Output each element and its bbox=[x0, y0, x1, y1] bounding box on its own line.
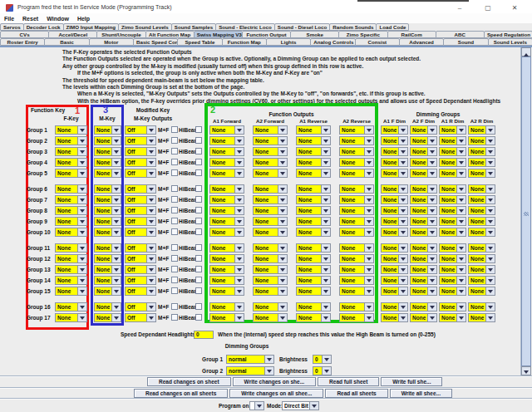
a1-f-dim-select[interactable]: None bbox=[381, 243, 408, 253]
m-key-outputs-select[interactable]: Off bbox=[125, 125, 156, 135]
a1-r-dim-select[interactable]: None bbox=[439, 206, 466, 215]
m-key-select[interactable]: None bbox=[94, 276, 121, 285]
a2-reverse-select[interactable]: None bbox=[339, 313, 374, 322]
tab[interactable]: Shunt/Uncouple bbox=[96, 31, 145, 38]
f-key-select[interactable]: None bbox=[55, 217, 87, 226]
hibeam-checkbox[interactable] bbox=[195, 148, 202, 154]
a2-f-dim-select[interactable]: None bbox=[410, 125, 437, 135]
hibeam-checkbox[interactable] bbox=[195, 218, 202, 224]
a1-f-dim-select[interactable]: None bbox=[381, 195, 408, 204]
hibeam-checkbox[interactable] bbox=[195, 277, 202, 283]
a2-forward-select[interactable]: None bbox=[253, 265, 288, 274]
a1-r-dim-select[interactable]: None bbox=[439, 313, 466, 322]
sheet-action-button[interactable]: Read changes on sheet bbox=[147, 377, 231, 386]
sheet-action-button[interactable]: Write changes on she... bbox=[233, 377, 316, 386]
a1-f-dim-select[interactable]: None bbox=[381, 276, 408, 285]
m-plus-f-checkbox[interactable] bbox=[171, 137, 178, 144]
m-plus-f-checkbox[interactable] bbox=[171, 228, 178, 235]
dimming-mode-select[interactable]: normal bbox=[226, 355, 274, 364]
a1-reverse-select[interactable]: None bbox=[296, 195, 331, 204]
a1-forward-select[interactable]: None bbox=[209, 125, 244, 135]
dimming-mode-select[interactable]: normal bbox=[226, 366, 274, 375]
tab[interactable]: Swiss Mapping V36+ bbox=[194, 31, 243, 38]
a2-reverse-select[interactable]: None bbox=[339, 228, 374, 237]
m-key-select[interactable]: None bbox=[94, 147, 121, 156]
a1-forward-select[interactable]: None bbox=[209, 313, 244, 322]
f-key-select[interactable]: None bbox=[55, 287, 87, 296]
f-key-select[interactable]: None bbox=[55, 184, 87, 194]
a1-f-dim-select[interactable]: None bbox=[381, 254, 408, 263]
m-key-select[interactable]: None bbox=[94, 265, 121, 274]
a1-reverse-select[interactable]: None bbox=[296, 125, 331, 135]
tab[interactable]: Motor bbox=[89, 38, 134, 46]
m-key-outputs-select[interactable]: Off bbox=[125, 147, 156, 156]
m-key-select[interactable]: None bbox=[94, 228, 121, 237]
a2-forward-select[interactable]: None bbox=[253, 228, 288, 237]
a2-r-dim-select[interactable]: None bbox=[468, 169, 495, 178]
tab[interactable]: Sound Samples bbox=[171, 23, 216, 31]
a2-forward-select[interactable]: None bbox=[253, 243, 288, 253]
scroll-up-icon[interactable] bbox=[521, 47, 531, 56]
a1-reverse-select[interactable]: None bbox=[296, 254, 331, 263]
tab[interactable]: Speed Regulation bbox=[484, 31, 532, 38]
scroll-down-icon[interactable] bbox=[521, 366, 531, 375]
a2-reverse-select[interactable]: None bbox=[339, 206, 374, 215]
a1-reverse-select[interactable]: None bbox=[296, 287, 331, 296]
a2-f-dim-select[interactable]: None bbox=[410, 206, 437, 215]
maximize-button[interactable]: ▢ bbox=[480, 3, 495, 13]
m-key-outputs-select[interactable]: Off bbox=[125, 206, 156, 215]
m-plus-f-checkbox[interactable] bbox=[171, 126, 178, 133]
hibeam-checkbox[interactable] bbox=[195, 255, 202, 262]
m-key-outputs-select[interactable]: Off bbox=[125, 276, 156, 285]
a2-forward-select[interactable]: None bbox=[253, 217, 288, 226]
a1-f-dim-select[interactable]: None bbox=[381, 302, 408, 311]
m-key-select[interactable]: None bbox=[94, 184, 121, 194]
brightness-select[interactable]: 0 bbox=[313, 355, 332, 364]
hibeam-checkbox[interactable] bbox=[195, 159, 202, 165]
a2-r-dim-select[interactable]: None bbox=[468, 228, 495, 237]
m-key-select[interactable]: None bbox=[94, 243, 121, 253]
f-key-select[interactable]: None bbox=[55, 158, 87, 167]
m-plus-f-checkbox[interactable] bbox=[171, 148, 178, 154]
m-key-select[interactable]: None bbox=[94, 254, 121, 263]
a2-f-dim-select[interactable]: None bbox=[410, 184, 437, 194]
a2-reverse-select[interactable]: None bbox=[339, 136, 374, 145]
m-plus-f-checkbox[interactable] bbox=[171, 287, 178, 294]
m-key-select[interactable]: None bbox=[94, 136, 121, 145]
tab[interactable]: Basic bbox=[44, 38, 89, 46]
a1-forward-select[interactable]: None bbox=[209, 217, 244, 226]
a2-r-dim-select[interactable]: None bbox=[468, 158, 495, 167]
a1-reverse-select[interactable]: None bbox=[296, 228, 331, 237]
a1-reverse-select[interactable]: None bbox=[296, 147, 331, 156]
m-plus-f-checkbox[interactable] bbox=[171, 255, 178, 262]
tab[interactable]: Consist bbox=[355, 38, 400, 46]
m-key-select[interactable]: None bbox=[94, 313, 121, 322]
f-key-select[interactable]: None bbox=[55, 265, 87, 274]
tab[interactable]: Alt Function Map bbox=[145, 31, 195, 38]
f-key-select[interactable]: None bbox=[55, 302, 87, 311]
f-key-select[interactable]: None bbox=[55, 195, 87, 204]
m-key-outputs-select[interactable]: Off bbox=[125, 217, 156, 226]
m-plus-f-checkbox[interactable] bbox=[171, 207, 178, 213]
f-key-select[interactable]: None bbox=[55, 147, 87, 156]
a1-r-dim-select[interactable]: None bbox=[439, 195, 466, 204]
a1-reverse-select[interactable]: None bbox=[296, 243, 331, 253]
f-key-select[interactable]: None bbox=[55, 228, 87, 237]
a1-forward-select[interactable]: None bbox=[209, 302, 244, 311]
a1-forward-select[interactable]: None bbox=[209, 195, 244, 204]
a1-forward-select[interactable]: None bbox=[209, 265, 244, 274]
a1-r-dim-select[interactable]: None bbox=[439, 254, 466, 263]
m-key-outputs-select[interactable]: Off bbox=[125, 136, 156, 145]
m-plus-f-checkbox[interactable] bbox=[171, 218, 178, 224]
a2-r-dim-select[interactable]: None bbox=[468, 147, 495, 156]
a2-f-dim-select[interactable]: None bbox=[410, 287, 437, 296]
a2-reverse-select[interactable]: None bbox=[339, 287, 374, 296]
tab[interactable]: Lights bbox=[266, 38, 311, 46]
a2-r-dim-select[interactable]: None bbox=[468, 136, 495, 145]
tab[interactable]: Load Code bbox=[376, 23, 409, 31]
m-key-outputs-select[interactable]: Off bbox=[125, 169, 156, 178]
a1-reverse-select[interactable]: None bbox=[296, 184, 331, 194]
a1-reverse-select[interactable]: None bbox=[296, 265, 331, 274]
m-plus-f-checkbox[interactable] bbox=[171, 244, 178, 251]
m-plus-f-checkbox[interactable] bbox=[171, 314, 178, 321]
